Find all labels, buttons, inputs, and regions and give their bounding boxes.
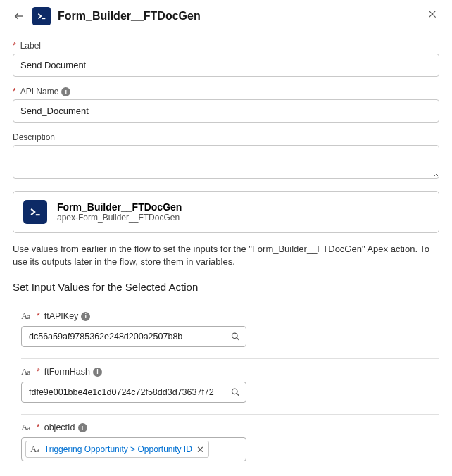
pill-text: Triggering Opportunity > Opportunity ID — [44, 444, 192, 454]
text-type-icon: Aa — [30, 444, 39, 455]
info-icon[interactable]: i — [61, 87, 70, 96]
svg-line-8 — [237, 394, 239, 396]
apex-action-icon — [23, 200, 47, 224]
apiname-field-group: * API Name i — [13, 87, 439, 123]
param-name: ftAPIKey — [44, 311, 79, 321]
param-name: objectId — [44, 422, 75, 432]
apiname-text: API Name — [20, 87, 59, 96]
modal-title: Form_Builder__FTDocGen — [58, 10, 201, 23]
action-subtype: apex-Form_Builder__FTDocGen — [57, 213, 182, 223]
action-config-modal: Form_Builder__FTDocGen * Label * API Nam… — [0, 0, 452, 476]
text-type-icon: Aa — [21, 311, 30, 322]
description-field-label: Description — [13, 132, 439, 142]
description-field-group: Description — [13, 132, 439, 181]
info-icon[interactable]: i — [78, 423, 87, 432]
required-asterisk: * — [37, 422, 40, 432]
description-text: Description — [13, 132, 55, 142]
svg-point-5 — [232, 333, 238, 339]
help-text: Use values from earlier in the flow to s… — [13, 243, 439, 268]
label-input[interactable] — [13, 54, 439, 77]
back-arrow-icon[interactable] — [13, 10, 25, 23]
text-type-icon: Aa — [21, 366, 30, 377]
param-name: ftFormHash — [44, 367, 90, 377]
search-icon[interactable] — [230, 387, 241, 398]
required-asterisk: * — [37, 367, 40, 377]
resource-pill[interactable]: Aa Triggering Opportunity > Opportunity … — [25, 441, 209, 458]
action-name: Form_Builder__FTDocGen — [57, 201, 182, 213]
param-label: Aa * ftAPIKey i — [21, 311, 439, 322]
svg-line-6 — [237, 338, 239, 340]
label-field-label: * Label — [13, 41, 439, 51]
selected-action-card: Form_Builder__FTDocGen apex-Form_Builder… — [13, 191, 439, 233]
required-asterisk: * — [13, 87, 16, 96]
label-text: Label — [20, 41, 41, 51]
info-icon[interactable]: i — [93, 368, 102, 377]
apiname-input[interactable] — [13, 99, 439, 123]
description-input[interactable] — [13, 145, 439, 179]
search-icon[interactable] — [230, 332, 241, 342]
required-asterisk: * — [13, 41, 16, 51]
lookup-ftapikey — [21, 326, 246, 347]
param-row-objectid: Aa * objectId i Aa Triggering Opportunit… — [21, 414, 439, 472]
label-field-group: * Label — [13, 41, 439, 77]
text-type-icon: Aa — [21, 422, 30, 433]
close-icon[interactable] — [425, 7, 439, 21]
modal-header: Form_Builder__FTDocGen — [13, 0, 439, 35]
apiname-field-label: * API Name i — [13, 87, 439, 96]
apex-action-icon — [32, 7, 51, 25]
param-label: Aa * ftFormHash i — [21, 366, 439, 377]
ftformhash-input[interactable] — [21, 382, 246, 403]
remove-pill-icon[interactable]: ✕ — [196, 445, 204, 454]
required-asterisk: * — [37, 311, 40, 321]
param-row-ftformhash: Aa * ftFormHash i — [21, 358, 439, 414]
info-icon[interactable]: i — [81, 312, 90, 321]
lookup-ftformhash — [21, 382, 246, 403]
param-label: Aa * objectId i — [21, 422, 439, 433]
param-row-ftapikey: Aa * ftAPIKey i — [21, 303, 439, 358]
objectid-input[interactable]: Aa Triggering Opportunity > Opportunity … — [21, 437, 246, 461]
section-title: Set Input Values for the Selected Action — [13, 281, 439, 293]
ftapikey-input[interactable] — [21, 326, 246, 347]
svg-point-7 — [232, 389, 238, 394]
